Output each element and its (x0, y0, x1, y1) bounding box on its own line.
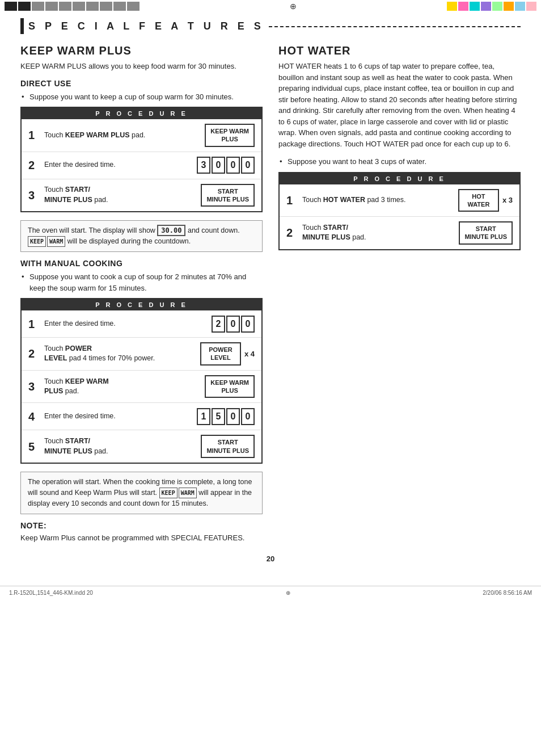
page-number: 20 (20, 555, 521, 563)
note-text-before: The oven will start. The display will sh… (28, 226, 157, 234)
section-header: S P E C I A L F E A T U R E S (20, 18, 521, 34)
procedure-step-1-1: 1 Touch KEEP WARM PLUS pad. KEEP WARMPLU… (22, 119, 261, 152)
digit-m2-1: 1 (197, 408, 210, 425)
step-button-start-minute-plus-1: STARTMINUTE PLUS (201, 184, 255, 207)
keep-warm-plus-title: KEEP WARM PLUS (20, 44, 263, 57)
tag-warm-2: WARM (179, 488, 197, 498)
block-6 (73, 2, 85, 11)
procedure-step-hw-2: 2 Touch START/MINUTE PLUS pad. STARTMINU… (280, 217, 519, 249)
digit-3: 0 (226, 157, 240, 174)
note-text-middle: and count down. (188, 226, 240, 234)
digit-1: 3 (197, 157, 210, 174)
step-button-keep-warm-plus-2: KEEP WARMPLUS (205, 375, 255, 398)
top-bar-right-colors (442, 0, 541, 12)
digit-2: 0 (212, 157, 225, 174)
digit-m2-3: 0 (226, 408, 240, 425)
step-text-1-3: Touch START/MINUTE PLUS pad. (44, 185, 195, 205)
note-box-direct-use: The oven will start. The display will sh… (20, 220, 263, 252)
color-block-2 (458, 2, 468, 11)
digit-4: 0 (241, 157, 255, 174)
step-display-2-1: 2 0 0 (212, 316, 255, 333)
step-button-hot-water: HOTWATER x 3 (458, 189, 513, 212)
tag-keep: KEEP (28, 236, 46, 247)
top-bar-left-blocks (0, 0, 144, 12)
step-number-hw-2: 2 (286, 227, 297, 238)
procedure-body-1: 1 Touch KEEP WARM PLUS pad. KEEP WARMPLU… (22, 119, 261, 211)
x-count-3: x 3 (502, 196, 513, 204)
digit-m-2: 0 (226, 316, 240, 333)
step-display-2-4: 1 5 0 0 (197, 408, 255, 425)
footer-left: 1.R-1520L,1514_446-KM.indd 20 (9, 590, 93, 596)
tag-keep-2: KEEP (159, 488, 177, 498)
step-display-1-2: 3 0 0 0 (197, 157, 255, 174)
power-level-button: POWERLEVEL (200, 342, 241, 366)
block-8 (100, 2, 112, 11)
with-manual-bullet: Suppose you want to cook a cup of soup f… (20, 271, 263, 293)
col-right: HOT WATER HOT WATER heats 1 to 6 cups of… (278, 44, 521, 543)
block-9 (113, 2, 126, 11)
digit-m2-4: 0 (241, 408, 255, 425)
footer-right: 2/20/06 8:56:16 AM (483, 590, 532, 596)
step-number-1-2: 2 (28, 159, 39, 171)
procedure-header-hw: P R O C E D U R E (280, 173, 519, 184)
procedure-body-hw: 1 Touch HOT WATER pad 3 times. HOTWATER … (280, 184, 519, 249)
col-left: KEEP WARM PLUS KEEP WARM PLUS allows you… (20, 44, 263, 543)
hot-water-desc: HOT WATER heats 1 to 6 cups of tap water… (278, 61, 521, 149)
step-text-hw-1: Touch HOT WATER pad 3 times. (302, 195, 453, 205)
color-block-3 (470, 2, 480, 11)
step-button-power-level: POWERLEVEL x 4 (200, 342, 255, 366)
note-text-after: will be displayed during the countdown. (67, 237, 191, 245)
step-button-start-minute-plus-2: STARTMINUTE PLUS (201, 435, 255, 458)
step-number-2-3: 3 (28, 381, 39, 392)
procedure-step-2-2: 2 Touch POWERLEVEL pad 4 times for 70% p… (22, 338, 261, 371)
procedure-step-1-3: 3 Touch START/MINUTE PLUS pad. STARTMINU… (22, 179, 261, 212)
block-5 (59, 2, 71, 11)
compass-icon-bottom: ⊕ (286, 590, 290, 596)
note-label: NOTE: (20, 521, 263, 530)
direct-use-heading: DIRECT USE (20, 79, 263, 88)
digit-m-3: 0 (241, 316, 255, 333)
step-text-1-1: Touch KEEP WARM PLUS pad. (44, 131, 199, 141)
color-block-7 (515, 2, 525, 11)
block-10 (127, 2, 140, 11)
procedure-header-1: P R O C E D U R E (22, 108, 261, 119)
digit-m2-2: 5 (212, 408, 225, 425)
step-number-2-2: 2 (28, 348, 39, 359)
columns: KEEP WARM PLUS KEEP WARM PLUS allows you… (20, 44, 521, 543)
keep-warm-tags-2: KEEP WARM (159, 488, 197, 498)
step-number-2-4: 4 (28, 411, 39, 422)
section-title: S P E C I A L F E A T U R E S (28, 20, 264, 32)
procedure-step-hw-1: 1 Touch HOT WATER pad 3 times. HOTWATER … (280, 184, 519, 217)
procedure-box-hot-water: P R O C E D U R E 1 Touch HOT WATER pad … (278, 172, 521, 250)
hot-water-bullet: Suppose you want to heat 3 cups of water… (278, 156, 521, 167)
step-text-hw-2: Touch START/MINUTE PLUS pad. (302, 223, 453, 243)
block-1 (5, 2, 17, 11)
step-number-1-1: 1 (28, 129, 39, 141)
procedure-body-2: 1 Enter the desired time. 2 0 0 2 Touch … (22, 310, 261, 463)
keep-warm-plus-desc: KEEP WARM PLUS allows you to keep food w… (20, 61, 263, 72)
step-number-1-3: 3 (28, 190, 39, 201)
procedure-step-2-3: 3 Touch KEEP WARMPLUS pad. KEEP WARMPLUS (22, 371, 261, 404)
top-bar: ⊕ (0, 0, 541, 12)
top-bar-center: ⊕ (144, 0, 442, 12)
color-block-5 (492, 2, 502, 11)
procedure-step-1-2: 2 Enter the desired time. 3 0 0 0 (22, 152, 261, 179)
footer-bar: 1.R-1520L,1514_446-KM.indd 20 ⊕ 2/20/06 … (0, 586, 541, 599)
step-number-2-1: 1 (28, 318, 39, 330)
step-text-2-5: Touch START/MINUTE PLUS pad. (44, 436, 195, 456)
with-manual-cooking-heading: WITH MANUAL COOKING (20, 259, 263, 268)
note-box-manual: The operation will start. When the cooki… (20, 472, 263, 514)
procedure-step-2-4: 4 Enter the desired time. 1 5 0 0 (22, 403, 261, 430)
step-number-2-5: 5 (28, 441, 39, 452)
note-text-final: Keep Warm Plus cannot be programmed with… (20, 532, 263, 544)
step-text-2-1: Enter the desired time. (44, 319, 206, 329)
block-4 (45, 2, 58, 11)
main-content: S P E C I A L F E A T U R E S KEEP WARM … (0, 12, 541, 580)
block-7 (86, 2, 99, 11)
color-block-1 (447, 2, 457, 11)
digit-m-1: 2 (212, 316, 225, 333)
step-button-start-minute-plus-hw: STARTMINUTE PLUS (459, 221, 513, 245)
x-count-4: x 4 (244, 350, 255, 358)
procedure-box-direct-use: P R O C E D U R E 1 Touch KEEP WARM PLUS… (20, 107, 263, 212)
procedure-box-manual: P R O C E D U R E 1 Enter the desired ti… (20, 298, 263, 464)
